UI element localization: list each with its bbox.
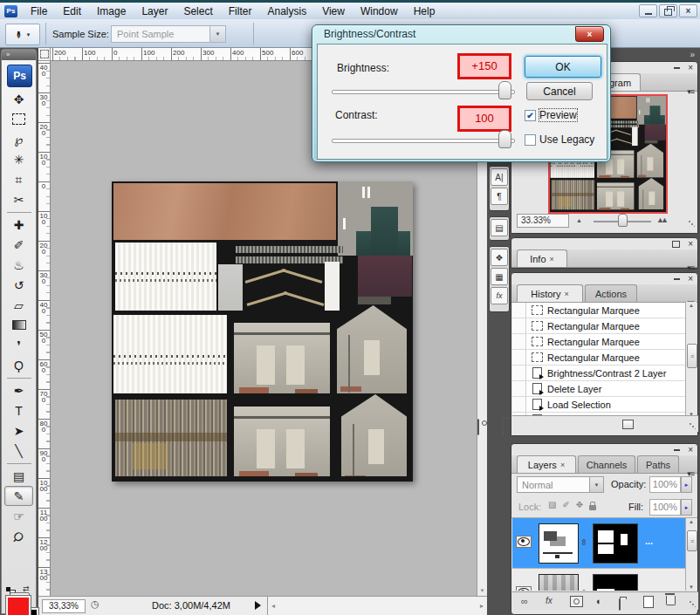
link-layers-icon[interactable]: ∞ <box>521 596 527 606</box>
fill-field[interactable]: 100% <box>649 499 681 516</box>
add-layer-mask-icon[interactable] <box>570 596 583 607</box>
history-source-checkbox[interactable] <box>512 334 526 349</box>
hand-tool[interactable]: ☞ <box>2 506 36 526</box>
zoom-out-icon[interactable]: ▲ <box>576 217 582 223</box>
new-document-from-state-icon[interactable] <box>622 420 634 429</box>
lock-transparency-icon[interactable]: ▨ <box>548 500 556 510</box>
history-state-row[interactable]: Load Selection <box>512 397 687 413</box>
styles-panel-button[interactable]: fx <box>491 287 508 304</box>
layer-visibility-toggle[interactable] <box>516 586 532 591</box>
panel-resize-grip[interactable] <box>689 422 696 429</box>
history-brush-tool[interactable]: ↺ <box>2 275 36 295</box>
scroll-left-icon[interactable]: ◂ <box>271 602 275 610</box>
fill-spinner-icon[interactable]: ▸ <box>681 499 692 516</box>
tab-close-icon[interactable]: × <box>564 290 568 298</box>
eyedropper-tool-preset[interactable]: ✒ ▼ <box>5 24 40 45</box>
scroll-up-icon[interactable]: ▲ <box>686 519 697 524</box>
layer-visibility-toggle[interactable] <box>516 536 532 548</box>
menu-layer[interactable]: Layer <box>134 3 175 19</box>
path-selection-tool[interactable]: ➤ <box>2 420 36 441</box>
healing-brush-tool[interactable]: ✚ <box>2 215 36 235</box>
menu-file[interactable]: File <box>23 3 55 19</box>
quick-selection-tool[interactable]: ✳ <box>2 149 36 169</box>
contrast-value-field[interactable]: 100 <box>457 106 511 132</box>
menu-window[interactable]: Window <box>353 3 406 19</box>
navigator-zoom-slider-thumb[interactable] <box>618 214 628 227</box>
tab-layers[interactable]: Layers × <box>517 455 576 473</box>
move-tool[interactable]: ✥ <box>2 89 36 109</box>
history-source-checkbox[interactable] <box>512 397 526 412</box>
opacity-spinner-icon[interactable]: ▸ <box>681 476 692 493</box>
use-legacy-label[interactable]: Use Legacy <box>539 133 594 146</box>
preview-label[interactable]: Preview <box>539 109 577 121</box>
status-menu-arrow-icon[interactable] <box>255 601 261 610</box>
panel-menu-icon[interactable]: ▾≡ <box>687 87 694 96</box>
tab-close-icon[interactable]: × <box>550 255 554 263</box>
layer-style-fx-icon[interactable]: fx <box>546 596 552 605</box>
menu-image[interactable]: Image <box>89 3 134 19</box>
dodge-tool[interactable]: Ϙ <box>2 355 36 375</box>
swatches-panel-button[interactable]: ▦ <box>491 268 508 285</box>
restore-button[interactable] <box>659 4 677 17</box>
line-tool[interactable]: ╲ <box>2 441 36 461</box>
brightness-slider[interactable] <box>332 90 515 94</box>
mask-link-icon[interactable]: ∞ <box>580 590 589 591</box>
navigator-zoom-field[interactable]: 33.33% <box>517 214 569 228</box>
sample-size-select[interactable]: Point Sample ▼ <box>111 25 226 43</box>
brightness-value-field[interactable]: +150 <box>457 53 511 79</box>
delete-state-icon[interactable] <box>502 420 504 435</box>
history-source-checkbox[interactable] <box>512 350 526 365</box>
cancel-button[interactable]: Cancel <box>526 82 593 100</box>
tab-info[interactable]: Info × <box>517 249 567 267</box>
history-source-checkbox[interactable] <box>512 303 526 318</box>
pen-tool[interactable]: ✒ <box>2 380 36 400</box>
layer-row[interactable]: ∞ <box>512 568 687 591</box>
layer-row-selected[interactable]: ∞ ... <box>512 518 687 568</box>
new-adjustment-layer-icon[interactable]: ◐ <box>596 596 602 606</box>
scroll-right-icon[interactable]: ▸ <box>480 602 484 610</box>
new-layer-icon[interactable] <box>643 596 654 608</box>
vertical-ruler[interactable]: 4003002001000100200300400500600700800900… <box>38 61 51 596</box>
gradient-tool[interactable] <box>2 315 36 335</box>
tab-actions[interactable]: Actions <box>585 284 637 302</box>
zoom-tool[interactable]: Ϙ <box>2 526 36 546</box>
texture-atlas-canvas[interactable] <box>112 181 413 482</box>
blur-tool[interactable]: ❜ <box>2 335 36 355</box>
rectangular-marquee-tool[interactable] <box>2 109 36 129</box>
tab-history[interactable]: History × <box>517 284 583 302</box>
history-source-checkbox[interactable] <box>512 366 526 380</box>
panel-minimize-icon[interactable] <box>674 278 680 280</box>
history-state-row[interactable]: Brightness/Contrast 2 Layer <box>512 366 687 381</box>
toolbar-collapse-header[interactable]: » <box>2 50 36 60</box>
panel-close-icon[interactable]: × <box>688 62 693 73</box>
crop-tool[interactable]: ⌗ <box>2 169 36 189</box>
brush-tool[interactable]: ✐ <box>2 235 36 255</box>
menu-analysis[interactable]: Analysis <box>259 3 314 19</box>
dialog-close-button[interactable]: × <box>575 26 604 42</box>
menu-select[interactable]: Select <box>175 3 220 19</box>
clone-stamp-tool[interactable]: ♨ <box>2 255 36 275</box>
layer-thumbnail[interactable] <box>539 574 579 591</box>
contrast-slider-thumb[interactable] <box>498 130 511 148</box>
minimize-button[interactable] <box>639 4 657 17</box>
character-panel-button[interactable]: A| <box>491 168 508 186</box>
history-state-row[interactable]: Rectangular Marquee <box>512 303 687 318</box>
zoom-level-field[interactable]: 33,33% <box>42 599 86 613</box>
layer-comps-panel-button[interactable]: ▤ <box>491 219 508 236</box>
history-source-checkbox[interactable] <box>512 318 526 333</box>
notes-tool[interactable]: ▤ <box>2 466 36 486</box>
preview-checkbox[interactable]: ✔ <box>525 110 536 121</box>
layer-mask-thumbnail[interactable] <box>593 574 638 591</box>
tab-close-icon[interactable]: × <box>560 461 565 469</box>
color-panel-button[interactable]: ❖ <box>491 249 508 266</box>
panel-minimize-icon[interactable] <box>674 67 680 69</box>
menu-help[interactable]: Help <box>406 3 443 19</box>
adjustment-layer-thumbnail[interactable] <box>539 523 579 564</box>
layer-mask-thumbnail[interactable] <box>593 523 638 564</box>
new-group-icon[interactable] <box>619 598 621 611</box>
lock-paint-icon[interactable]: ✐ <box>562 500 569 510</box>
panel-resize-grip[interactable] <box>688 220 695 227</box>
history-source-checkbox[interactable] <box>512 381 526 396</box>
layers-scrollbar[interactable]: ▲ ≡ ▼ <box>685 518 697 591</box>
history-state-row[interactable]: Delete Layer <box>512 381 687 397</box>
